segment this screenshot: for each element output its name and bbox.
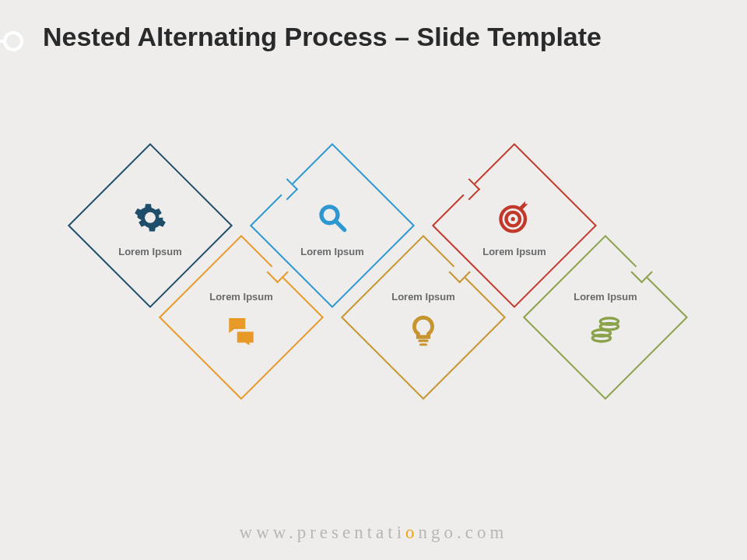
magnify-icon xyxy=(314,198,351,236)
process-step-label: Lorem Ipsum xyxy=(209,290,273,302)
process-step-label: Lorem Ipsum xyxy=(482,245,546,257)
chat-icon xyxy=(223,311,260,348)
svg-line-1 xyxy=(336,222,345,230)
gear-icon xyxy=(132,198,169,236)
svg-point-6 xyxy=(511,216,515,220)
process-step-label: Lorem Ipsum xyxy=(391,290,455,302)
coins-icon xyxy=(587,311,624,348)
process-step-label: Lorem Ipsum xyxy=(573,290,637,302)
target-icon xyxy=(496,198,533,236)
process-step-label: Lorem Ipsum xyxy=(300,245,364,257)
bulb-icon xyxy=(405,311,442,348)
process-step-label: Lorem Ipsum xyxy=(118,245,182,257)
svg-point-10 xyxy=(600,317,618,324)
diagram-stage: Lorem IpsumLorem IpsumLorem IpsumLorem I… xyxy=(0,0,747,560)
footer-url: www.presentationgo.com xyxy=(0,523,747,543)
